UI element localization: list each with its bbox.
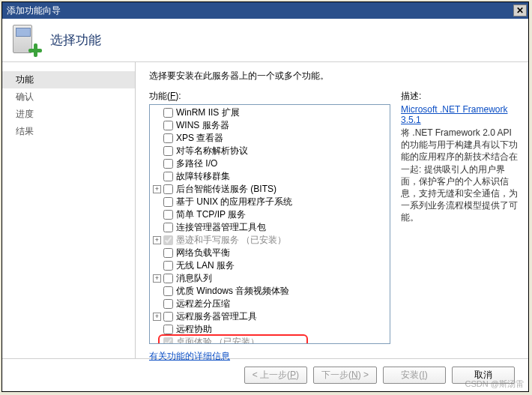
feature-item[interactable]: 优质 Windows 音频视频体验: [150, 285, 390, 298]
feature-item[interactable]: 无线 LAN 服务: [150, 259, 390, 272]
feature-item[interactable]: 多路径 I/O: [150, 157, 390, 170]
feature-checkbox[interactable]: [163, 121, 173, 130]
features-label: 功能(F):: [149, 90, 390, 103]
next-button[interactable]: 下一步(N) >: [313, 367, 377, 384]
feature-label: WinRM IIS 扩展: [176, 106, 240, 119]
feature-label: 墨迹和手写服务 （已安装）: [176, 234, 286, 247]
feature-details-link[interactable]: 有关功能的详细信息: [149, 350, 230, 363]
wizard-header: 选择功能: [2, 19, 528, 62]
feature-item[interactable]: 远程差分压缩: [150, 298, 390, 310]
sidebar-step[interactable]: 确认: [2, 88, 135, 106]
feature-label: 连接管理器管理工具包: [176, 221, 266, 234]
feature-item[interactable]: 对等名称解析协议: [150, 145, 390, 157]
description-label: 描述:: [401, 90, 518, 103]
close-button[interactable]: ✕: [513, 4, 527, 16]
feature-label: 桌面体验 （已安装）: [176, 336, 259, 344]
feature-checkbox[interactable]: [163, 172, 173, 181]
feature-item[interactable]: XPS 查看器: [150, 132, 390, 145]
feature-item[interactable]: 远程协助: [150, 323, 390, 336]
feature-item[interactable]: +消息队列: [150, 272, 390, 285]
feature-checkbox[interactable]: [163, 248, 173, 258]
feature-label: 无线 LAN 服务: [176, 259, 235, 272]
wizard-footer: < 上一步(P) 下一步(N) > 安装(I) 取消: [2, 358, 528, 391]
feature-checkbox[interactable]: [163, 197, 173, 207]
wizard-steps-sidebar: 功能确认进度结果: [2, 62, 136, 358]
expand-icon[interactable]: +: [153, 274, 161, 283]
feature-checkbox[interactable]: [163, 286, 173, 296]
feature-checkbox: [163, 235, 173, 245]
feature-item[interactable]: 连接管理器管理工具包: [150, 221, 390, 234]
feature-checkbox[interactable]: [163, 312, 173, 322]
feature-label: XPS 查看器: [176, 132, 223, 145]
description-link[interactable]: Microsoft .NET Framework 3.5.1: [401, 104, 507, 125]
feature-checkbox[interactable]: [163, 133, 173, 143]
feature-item[interactable]: 故障转移群集: [150, 170, 390, 183]
wizard-content: 选择要安装在此服务器上的一个或多个功能。 功能(F): WinRM IIS 扩展…: [136, 62, 528, 358]
cancel-button[interactable]: 取消: [452, 367, 515, 384]
feature-label: 对等名称解析协议: [176, 145, 248, 157]
feature-label: 后台智能传送服务 (BITS): [176, 183, 276, 196]
feature-item[interactable]: 网络负载平衡: [150, 247, 390, 259]
feature-item[interactable]: +墨迹和手写服务 （已安装）: [150, 234, 390, 247]
description-column: 描述: Microsoft .NET Framework 3.5.1 将 .NE…: [401, 90, 518, 224]
expand-icon[interactable]: +: [153, 236, 161, 244]
feature-label: 基于 UNIX 的应用程序子系统: [176, 196, 292, 208]
feature-item[interactable]: +后台智能传送服务 (BITS): [150, 183, 390, 196]
feature-checkbox[interactable]: [163, 210, 173, 220]
features-tree[interactable]: WinRM IIS 扩展WINS 服务器XPS 查看器对等名称解析协议多路径 I…: [149, 104, 390, 344]
feature-checkbox[interactable]: [163, 108, 173, 118]
expand-icon[interactable]: +: [153, 313, 161, 321]
feature-item[interactable]: +远程服务器管理工具: [150, 310, 390, 323]
feature-item[interactable]: 桌面体验 （已安装）: [150, 336, 390, 344]
feature-checkbox[interactable]: [163, 299, 173, 309]
wizard-body: 功能确认进度结果 选择要安装在此服务器上的一个或多个功能。 功能(F): Win…: [2, 62, 528, 358]
sidebar-step[interactable]: 进度: [2, 106, 135, 123]
feature-label: 优质 Windows 音频视频体验: [176, 285, 289, 298]
feature-label: 多路径 I/O: [176, 157, 217, 170]
wizard-window: 添加功能向导 ✕ 选择功能 功能确认进度结果 选择要安装在此服务器上的一个或多个…: [1, 1, 529, 392]
feature-checkbox[interactable]: [163, 146, 173, 156]
feature-checkbox[interactable]: [163, 325, 173, 334]
feature-label: 远程协助: [176, 323, 212, 336]
close-icon: ✕: [516, 6, 524, 15]
feature-label: WINS 服务器: [176, 119, 229, 132]
feature-item[interactable]: 简单 TCP/IP 服务: [150, 208, 390, 221]
install-button[interactable]: 安装(I): [383, 367, 446, 384]
feature-item[interactable]: 基于 UNIX 的应用程序子系统: [150, 196, 390, 208]
feature-item[interactable]: WinRM IIS 扩展: [150, 106, 390, 119]
feature-label: 消息队列: [176, 272, 212, 285]
feature-checkbox[interactable]: [163, 184, 173, 194]
previous-button[interactable]: < 上一步(P): [244, 367, 307, 384]
page-title: 选择功能: [50, 31, 101, 49]
sidebar-step[interactable]: 结果: [2, 123, 135, 140]
features-column: 功能(F): WinRM IIS 扩展WINS 服务器XPS 查看器对等名称解析…: [149, 90, 390, 363]
feature-checkbox: [163, 337, 173, 344]
description-text: 将 .NET Framework 2.0 API 的功能与用于构建具有以下功能的…: [401, 127, 518, 224]
feature-label: 简单 TCP/IP 服务: [176, 208, 246, 221]
feature-label: 网络负载平衡: [176, 247, 230, 259]
window-title: 添加功能向导: [7, 4, 61, 17]
instruction-text: 选择要安装在此服务器上的一个或多个功能。: [149, 70, 518, 82]
feature-checkbox[interactable]: [163, 274, 173, 283]
wizard-icon: [10, 25, 41, 56]
feature-checkbox[interactable]: [163, 223, 173, 232]
expand-icon[interactable]: +: [153, 185, 161, 193]
feature-checkbox[interactable]: [163, 261, 173, 271]
feature-label: 远程差分压缩: [176, 298, 230, 310]
sidebar-step[interactable]: 功能: [2, 71, 135, 88]
feature-item[interactable]: WINS 服务器: [150, 119, 390, 132]
feature-checkbox[interactable]: [163, 159, 173, 169]
feature-label: 故障转移群集: [176, 170, 230, 183]
feature-label: 远程服务器管理工具: [176, 310, 257, 323]
title-bar: 添加功能向导 ✕: [2, 2, 528, 19]
